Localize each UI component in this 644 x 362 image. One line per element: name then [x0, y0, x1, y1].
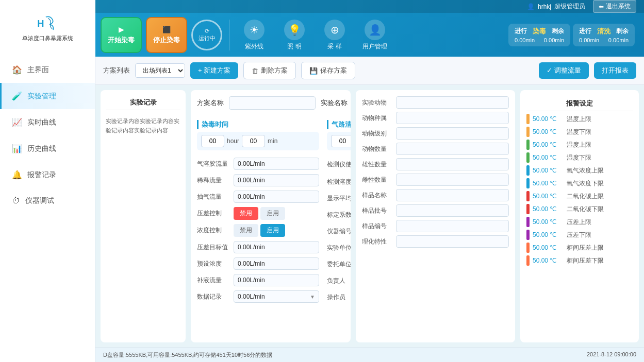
- start-poison-button[interactable]: ▶ 开始染毒: [101, 17, 142, 53]
- clean-remaining: 剩余: [616, 27, 629, 36]
- sample-no-input[interactable]: [396, 220, 509, 232]
- main-content: 🏠 主界面 🧪 实验管理 📈 实时曲线 📊 历史曲线 🔔 报警记录 ⏱ 仪器调试…: [0, 57, 644, 362]
- alarm-value-3[interactable]: 50.00 ℃: [533, 154, 564, 161]
- alarm-icon: 🔔: [12, 170, 22, 180]
- alarm-label-10: 柜间压差上限: [567, 244, 604, 252]
- conc-ctrl-off[interactable]: 启用: [260, 224, 285, 237]
- form-row-detect-range: 检测溶度范围 0.00L/min ▼: [327, 174, 351, 190]
- sample-name-input[interactable]: [396, 189, 509, 201]
- extract-input[interactable]: [234, 191, 319, 203]
- stop-poison-button[interactable]: ⬛ 停止染毒: [146, 17, 187, 53]
- alarm-value-7[interactable]: 50.00 ℃: [533, 205, 564, 213]
- sidebar-realtime-label: 实时曲线: [27, 118, 56, 127]
- data-record-select[interactable]: 0.00L/min ▼: [234, 290, 319, 303]
- user-mgmt-button[interactable]: 👤 用户管理: [357, 20, 393, 51]
- light-button[interactable]: 💡 照 明: [276, 20, 312, 51]
- preset-conc-input[interactable]: [234, 257, 319, 270]
- conc-ctrl-on[interactable]: 禁用: [234, 224, 258, 237]
- animal-count-label: 动物数量: [362, 145, 393, 153]
- sidebar-item-home[interactable]: 🏠 主界面: [0, 57, 95, 83]
- uv-icon: ☀: [244, 20, 265, 40]
- scheme-name-input[interactable]: [229, 96, 316, 110]
- alarm-label-4: 氧气浓度上限: [567, 166, 604, 175]
- alarm-indicator-1: [526, 127, 530, 137]
- running-icon: ⟳: [205, 28, 209, 35]
- status-block-poison: 进行 染毒 剩余 0.00min 0.00min: [508, 24, 570, 46]
- alarm-row-1: 50.00 ℃ 温度下限: [526, 127, 633, 137]
- alarm-row-5: 50.00 ℃ 氧气浓度下限: [526, 178, 633, 188]
- alarm-settings-title: 报警设定: [526, 96, 633, 111]
- detect-range-label: 检测溶度范围: [327, 178, 351, 186]
- poison-min-input[interactable]: [242, 135, 265, 147]
- logout-label: 退出系统: [606, 2, 631, 11]
- animal-panel: 实验动物 动物种属 动物级别 动物数量: [356, 90, 516, 342]
- adjust-flow-button[interactable]: ✓ 调整流量: [539, 62, 589, 79]
- sample-button[interactable]: ⊕ 采 样: [317, 20, 353, 51]
- pressure-ctrl-off[interactable]: 启用: [260, 207, 285, 220]
- alarm-value-2[interactable]: 50.00 ℃: [533, 141, 564, 148]
- dilute-input[interactable]: [234, 174, 319, 186]
- clean-label: 清洗: [597, 27, 610, 36]
- pressure-ctrl-on[interactable]: 禁用: [234, 207, 258, 220]
- animal-row-male: 雄性数量: [362, 158, 509, 170]
- alarm-value-6[interactable]: 50.00 ℃: [533, 193, 564, 200]
- sidebar-item-debug[interactable]: ⏱ 仪器调试: [0, 188, 95, 214]
- alarm-value-0[interactable]: 50.00 ℃: [533, 115, 564, 123]
- sample-label: 采 样: [327, 42, 341, 51]
- open-report-button[interactable]: 打开报表: [594, 62, 636, 79]
- alarm-value-5[interactable]: 50.00 ℃: [533, 180, 564, 187]
- animal-count-input[interactable]: [396, 143, 509, 155]
- male-count-input[interactable]: [396, 158, 509, 170]
- sidebar-item-history[interactable]: 📊 历史曲线: [0, 135, 95, 162]
- running-status-button[interactable]: ⟳ 运行中: [191, 20, 222, 50]
- conc-ctrl-label: 浓度控制: [197, 226, 230, 235]
- sidebar-item-alarm[interactable]: 🔔 报警记录: [0, 162, 95, 188]
- alarm-value-1[interactable]: 50.00 ℃: [533, 128, 564, 135]
- new-scheme-button[interactable]: + 新建方案: [190, 62, 238, 79]
- gas-clean-time-title: 气路清洗时间: [327, 120, 351, 129]
- form-row-entrust-unit: 委托单位 🏛: [327, 256, 351, 272]
- toolbar: 方案列表 出场列表1 + 新建方案 🗑 删除方案 💾 保存方案 ✓ 调整流量 打…: [95, 57, 644, 85]
- animal-fields: 实验动物 动物种属 动物级别 动物数量: [362, 96, 509, 248]
- content-area: 方案列表 出场列表1 + 新建方案 🗑 删除方案 💾 保存方案 ✓ 调整流量 打…: [95, 57, 644, 362]
- uv-button[interactable]: ☀ 紫外线: [236, 20, 272, 51]
- poison-time-title: 染毒时间: [197, 120, 319, 129]
- datetime: 2021-8-12 09:00:00: [587, 351, 636, 359]
- alarm-row-6: 50.00 ℃ 二氧化碳上限: [526, 191, 633, 201]
- alarm-value-9[interactable]: 50.00 ℃: [533, 231, 564, 238]
- animal-row-count: 动物数量: [362, 143, 509, 155]
- sidebar-alarm-label: 报警记录: [27, 170, 56, 180]
- save-scheme-button[interactable]: 💾 保存方案: [301, 62, 355, 79]
- alarm-row-9: 50.00 ℃ 压差下限: [526, 230, 633, 240]
- pressure-target-input[interactable]: [234, 241, 319, 253]
- form-row-pressure-target: 压差目标值: [197, 239, 319, 255]
- delete-scheme-button[interactable]: 🗑 删除方案: [243, 62, 296, 79]
- exp-animal-input[interactable]: [396, 96, 509, 109]
- logout-button[interactable]: ⬅ 退出系统: [593, 0, 636, 13]
- running-label: 运行中: [199, 35, 216, 42]
- alarm-value-11[interactable]: 50.00 ℃: [533, 257, 564, 264]
- start-label: 开始染毒: [108, 36, 135, 45]
- animal-species-input[interactable]: [396, 112, 509, 124]
- female-count-input[interactable]: [396, 174, 509, 186]
- history-icon: 📊: [12, 144, 22, 153]
- phys-chem-input[interactable]: [396, 235, 509, 248]
- uv-label: 紫外线: [245, 42, 263, 51]
- aerosol-input[interactable]: [234, 158, 319, 170]
- alarm-indicator-4: [526, 165, 530, 176]
- sample-icon: ⊕: [324, 20, 345, 40]
- alarm-value-10[interactable]: 50.00 ℃: [533, 244, 564, 251]
- sidebar-item-exp[interactable]: 🧪 实验管理: [0, 83, 95, 109]
- alarm-value-8[interactable]: 50.00 ℃: [533, 218, 564, 226]
- phys-chem-label: 理化特性: [362, 237, 393, 246]
- liquid-input[interactable]: [234, 274, 319, 286]
- gas-hour-input[interactable]: [331, 135, 351, 147]
- sidebar-item-realtime[interactable]: 📈 实时曲线: [0, 109, 95, 135]
- animal-level-input[interactable]: [396, 127, 509, 140]
- alarm-value-4[interactable]: 50.00 ℃: [533, 167, 564, 174]
- exp-unit-label: 实验单位: [327, 244, 351, 252]
- poison-hour-input[interactable]: [201, 135, 224, 147]
- dilute-label: 稀释流量: [197, 176, 230, 185]
- scheme-select[interactable]: 出场列表1: [135, 63, 185, 78]
- sample-batch-input[interactable]: [396, 204, 509, 217]
